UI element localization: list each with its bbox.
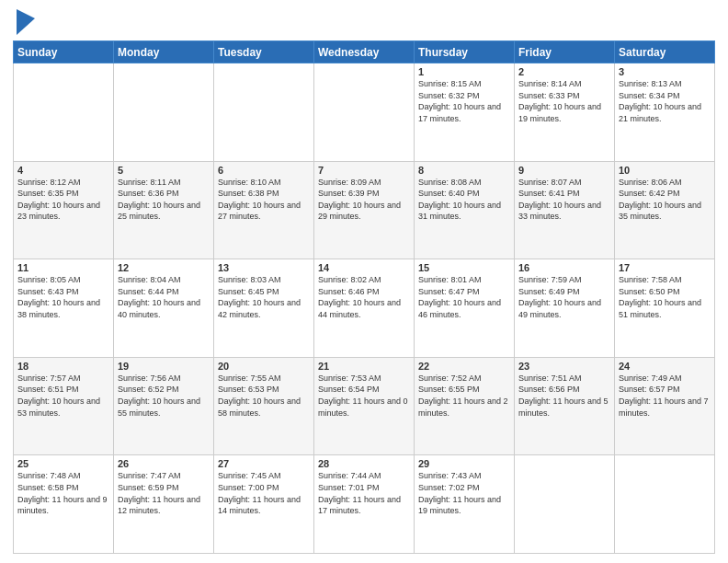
calendar-week-row: 1Sunrise: 8:15 AM Sunset: 6:32 PM Daylig… — [14, 63, 715, 162]
day-number: 1 — [418, 66, 510, 77]
day-number: 4 — [17, 165, 109, 176]
calendar-cell: 3Sunrise: 8:13 AM Sunset: 6:34 PM Daylig… — [615, 63, 715, 162]
calendar-cell — [314, 63, 415, 162]
calendar-cell: 6Sunrise: 8:10 AM Sunset: 6:38 PM Daylig… — [214, 161, 314, 259]
weekday-header: Friday — [515, 41, 615, 63]
day-number: 8 — [418, 165, 510, 176]
day-number: 9 — [518, 165, 610, 176]
page: SundayMondayTuesdayWednesdayThursdayFrid… — [0, 0, 728, 563]
day-info: Sunrise: 8:11 AM Sunset: 6:36 PM Dayligh… — [118, 177, 210, 223]
calendar-cell: 20Sunrise: 7:55 AM Sunset: 6:53 PM Dayli… — [214, 357, 314, 455]
calendar-cell: 27Sunrise: 7:45 AM Sunset: 7:00 PM Dayli… — [214, 455, 314, 554]
calendar-cell — [515, 455, 615, 554]
calendar-cell: 1Sunrise: 8:15 AM Sunset: 6:32 PM Daylig… — [415, 63, 515, 162]
day-info: Sunrise: 8:10 AM Sunset: 6:38 PM Dayligh… — [218, 177, 310, 223]
day-info: Sunrise: 7:55 AM Sunset: 6:53 PM Dayligh… — [218, 373, 310, 419]
calendar-cell: 9Sunrise: 8:07 AM Sunset: 6:41 PM Daylig… — [515, 161, 615, 259]
weekday-header: Monday — [114, 41, 214, 63]
weekday-header: Sunday — [14, 41, 114, 63]
logo — [13, 9, 35, 35]
calendar-cell: 19Sunrise: 7:56 AM Sunset: 6:52 PM Dayli… — [114, 357, 214, 455]
day-number: 5 — [118, 165, 210, 176]
calendar-cell: 12Sunrise: 8:04 AM Sunset: 6:44 PM Dayli… — [114, 259, 214, 358]
day-info: Sunrise: 7:44 AM Sunset: 7:01 PM Dayligh… — [318, 470, 410, 516]
day-number: 20 — [218, 361, 310, 372]
day-number: 27 — [218, 458, 310, 469]
day-number: 19 — [118, 361, 210, 372]
calendar-cell: 17Sunrise: 7:58 AM Sunset: 6:50 PM Dayli… — [615, 259, 715, 358]
weekday-header: Wednesday — [314, 41, 415, 63]
day-number: 26 — [118, 458, 210, 469]
calendar-cell: 8Sunrise: 8:08 AM Sunset: 6:40 PM Daylig… — [415, 161, 515, 259]
day-info: Sunrise: 8:04 AM Sunset: 6:44 PM Dayligh… — [118, 274, 210, 320]
day-number: 11 — [17, 262, 109, 273]
calendar-table: SundayMondayTuesdayWednesdayThursdayFrid… — [13, 40, 715, 554]
calendar-cell: 23Sunrise: 7:51 AM Sunset: 6:56 PM Dayli… — [515, 357, 615, 455]
day-number: 22 — [418, 361, 510, 372]
day-number: 13 — [218, 262, 310, 273]
calendar-week-row: 18Sunrise: 7:57 AM Sunset: 6:51 PM Dayli… — [14, 357, 715, 455]
day-info: Sunrise: 8:13 AM Sunset: 6:34 PM Dayligh… — [619, 78, 711, 124]
day-info: Sunrise: 8:15 AM Sunset: 6:32 PM Dayligh… — [418, 78, 510, 124]
calendar-cell: 18Sunrise: 7:57 AM Sunset: 6:51 PM Dayli… — [14, 357, 114, 455]
calendar-cell: 16Sunrise: 7:59 AM Sunset: 6:49 PM Dayli… — [515, 259, 615, 358]
day-number: 6 — [218, 165, 310, 176]
day-info: Sunrise: 7:43 AM Sunset: 7:02 PM Dayligh… — [418, 470, 510, 516]
day-info: Sunrise: 8:03 AM Sunset: 6:45 PM Dayligh… — [218, 274, 310, 320]
day-info: Sunrise: 8:08 AM Sunset: 6:40 PM Dayligh… — [418, 177, 510, 223]
calendar-week-row: 4Sunrise: 8:12 AM Sunset: 6:35 PM Daylig… — [14, 161, 715, 259]
calendar-cell: 4Sunrise: 8:12 AM Sunset: 6:35 PM Daylig… — [14, 161, 114, 259]
calendar-cell: 28Sunrise: 7:44 AM Sunset: 7:01 PM Dayli… — [314, 455, 415, 554]
header — [13, 9, 715, 35]
day-info: Sunrise: 8:07 AM Sunset: 6:41 PM Dayligh… — [518, 177, 610, 223]
calendar-week-row: 11Sunrise: 8:05 AM Sunset: 6:43 PM Dayli… — [14, 259, 715, 358]
logo-icon — [17, 9, 35, 35]
day-number: 24 — [619, 361, 711, 372]
day-info: Sunrise: 7:57 AM Sunset: 6:51 PM Dayligh… — [17, 373, 109, 419]
calendar-cell: 21Sunrise: 7:53 AM Sunset: 6:54 PM Dayli… — [314, 357, 415, 455]
day-info: Sunrise: 7:59 AM Sunset: 6:49 PM Dayligh… — [518, 274, 610, 320]
calendar-cell: 14Sunrise: 8:02 AM Sunset: 6:46 PM Dayli… — [314, 259, 415, 358]
day-number: 7 — [318, 165, 410, 176]
day-info: Sunrise: 8:12 AM Sunset: 6:35 PM Dayligh… — [17, 177, 109, 223]
day-number: 2 — [518, 66, 610, 77]
day-number: 18 — [17, 361, 109, 372]
day-info: Sunrise: 7:49 AM Sunset: 6:57 PM Dayligh… — [619, 373, 711, 419]
day-info: Sunrise: 7:45 AM Sunset: 7:00 PM Dayligh… — [218, 470, 310, 516]
calendar-cell: 25Sunrise: 7:48 AM Sunset: 6:58 PM Dayli… — [14, 455, 114, 554]
calendar-cell: 22Sunrise: 7:52 AM Sunset: 6:55 PM Dayli… — [415, 357, 515, 455]
day-number: 28 — [318, 458, 410, 469]
weekday-header: Thursday — [415, 41, 515, 63]
weekday-header-row: SundayMondayTuesdayWednesdayThursdayFrid… — [14, 41, 715, 63]
calendar-cell: 24Sunrise: 7:49 AM Sunset: 6:57 PM Dayli… — [615, 357, 715, 455]
calendar-cell: 10Sunrise: 8:06 AM Sunset: 6:42 PM Dayli… — [615, 161, 715, 259]
calendar-cell: 13Sunrise: 8:03 AM Sunset: 6:45 PM Dayli… — [214, 259, 314, 358]
day-number: 14 — [318, 262, 410, 273]
calendar-cell — [114, 63, 214, 162]
day-number: 15 — [418, 262, 510, 273]
day-info: Sunrise: 8:09 AM Sunset: 6:39 PM Dayligh… — [318, 177, 410, 223]
calendar-cell: 15Sunrise: 8:01 AM Sunset: 6:47 PM Dayli… — [415, 259, 515, 358]
day-number: 23 — [518, 361, 610, 372]
calendar-cell: 2Sunrise: 8:14 AM Sunset: 6:33 PM Daylig… — [515, 63, 615, 162]
day-info: Sunrise: 7:58 AM Sunset: 6:50 PM Dayligh… — [619, 274, 711, 320]
day-number: 3 — [619, 66, 711, 77]
calendar-week-row: 25Sunrise: 7:48 AM Sunset: 6:58 PM Dayli… — [14, 455, 715, 554]
day-number: 21 — [318, 361, 410, 372]
day-info: Sunrise: 7:47 AM Sunset: 6:59 PM Dayligh… — [118, 470, 210, 516]
day-info: Sunrise: 7:53 AM Sunset: 6:54 PM Dayligh… — [318, 373, 410, 419]
day-info: Sunrise: 7:56 AM Sunset: 6:52 PM Dayligh… — [118, 373, 210, 419]
day-number: 17 — [619, 262, 711, 273]
calendar-cell: 11Sunrise: 8:05 AM Sunset: 6:43 PM Dayli… — [14, 259, 114, 358]
calendar-cell: 7Sunrise: 8:09 AM Sunset: 6:39 PM Daylig… — [314, 161, 415, 259]
day-number: 25 — [17, 458, 109, 469]
day-number: 12 — [118, 262, 210, 273]
day-info: Sunrise: 8:14 AM Sunset: 6:33 PM Dayligh… — [518, 78, 610, 124]
weekday-header: Tuesday — [214, 41, 314, 63]
calendar-cell: 29Sunrise: 7:43 AM Sunset: 7:02 PM Dayli… — [415, 455, 515, 554]
day-number: 10 — [619, 165, 711, 176]
day-info: Sunrise: 7:51 AM Sunset: 6:56 PM Dayligh… — [518, 373, 610, 419]
day-info: Sunrise: 8:06 AM Sunset: 6:42 PM Dayligh… — [619, 177, 711, 223]
day-info: Sunrise: 7:48 AM Sunset: 6:58 PM Dayligh… — [17, 470, 109, 516]
weekday-header: Saturday — [615, 41, 715, 63]
